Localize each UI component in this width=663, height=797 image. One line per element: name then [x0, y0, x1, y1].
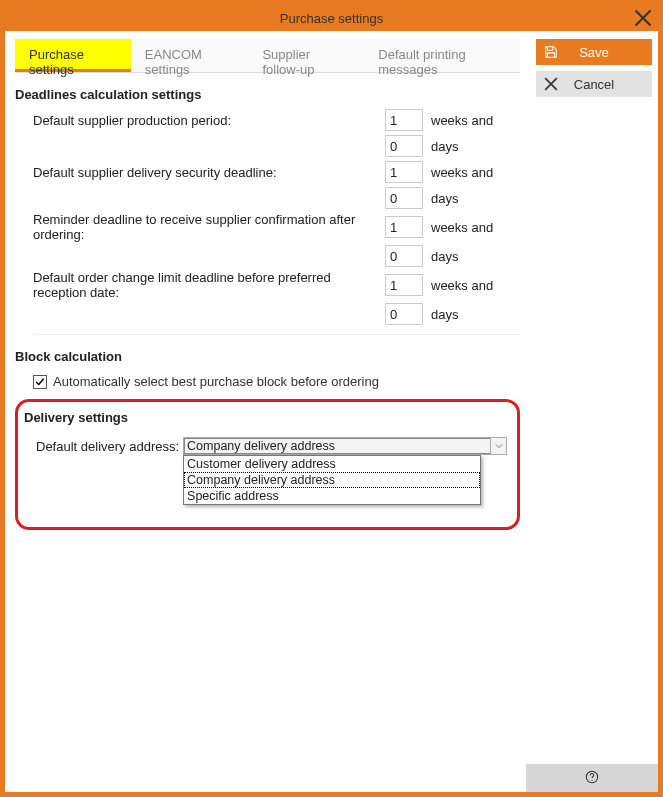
- close-icon[interactable]: [634, 9, 652, 27]
- bottombar: [5, 764, 658, 792]
- tab-default-printing-messages[interactable]: Default printing messages: [364, 39, 520, 72]
- production-period-weeks-input[interactable]: [385, 109, 423, 131]
- titlebar: Purchase settings: [5, 5, 658, 31]
- deadlines-heading: Deadlines calculation settings: [15, 85, 520, 108]
- window-title: Purchase settings: [280, 11, 383, 26]
- production-period-days-input[interactable]: [385, 135, 423, 157]
- security-deadline-label: Default supplier delivery security deadl…: [15, 165, 385, 180]
- save-button-label: Save: [579, 45, 609, 60]
- unit-days: days: [431, 139, 501, 154]
- production-period-label: Default supplier production period:: [15, 113, 385, 128]
- help-icon: [585, 770, 599, 787]
- block-heading: Block calculation: [15, 347, 520, 370]
- save-icon: [544, 45, 558, 59]
- delivery-option-company[interactable]: Company delivery address: [184, 472, 480, 488]
- svg-point-1: [591, 779, 592, 780]
- tab-eancom-settings[interactable]: EANCOM settings: [131, 39, 249, 72]
- change-limit-label: Default order change limit deadline befo…: [15, 270, 385, 300]
- chevron-down-icon: [490, 438, 506, 454]
- auto-block-label: Automatically select best purchase block…: [53, 374, 379, 389]
- unit-weeks: weeks and: [431, 113, 501, 128]
- tabs: Purchase settings EANCOM settings Suppli…: [15, 39, 520, 73]
- close-icon: [544, 77, 558, 91]
- change-limit-days-input[interactable]: [385, 303, 423, 325]
- security-deadline-weeks-input[interactable]: [385, 161, 423, 183]
- cancel-button[interactable]: Cancel: [536, 71, 652, 97]
- delivery-option-customer[interactable]: Customer delivery address: [184, 456, 480, 472]
- delivery-dropdown: Customer delivery address Company delive…: [183, 455, 481, 505]
- security-deadline-days-input[interactable]: [385, 187, 423, 209]
- change-limit-weeks-input[interactable]: [385, 274, 423, 296]
- delivery-address-label: Default delivery address:: [36, 437, 179, 454]
- reminder-deadline-label: Reminder deadline to receive supplier co…: [15, 212, 385, 242]
- tab-supplier-follow-up[interactable]: Supplier follow-up: [248, 39, 364, 72]
- delivery-select-value: Company delivery address: [187, 439, 335, 453]
- delivery-address-select[interactable]: Company delivery address: [183, 437, 507, 455]
- cancel-button-label: Cancel: [574, 77, 614, 92]
- delivery-heading: Delivery settings: [20, 408, 507, 431]
- delivery-highlight-box: Delivery settings Default delivery addre…: [15, 399, 520, 530]
- help-button[interactable]: [526, 764, 658, 792]
- auto-block-checkbox[interactable]: [33, 375, 47, 389]
- divider: [33, 334, 520, 335]
- delivery-option-specific[interactable]: Specific address: [184, 488, 480, 504]
- save-button[interactable]: Save: [536, 39, 652, 65]
- reminder-deadline-weeks-input[interactable]: [385, 216, 423, 238]
- reminder-deadline-days-input[interactable]: [385, 245, 423, 267]
- tab-purchase-settings[interactable]: Purchase settings: [15, 39, 131, 72]
